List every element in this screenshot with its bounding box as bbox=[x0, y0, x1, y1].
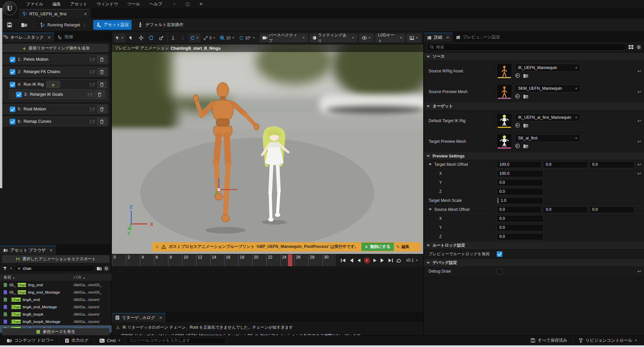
menu-asset[interactable]: アセット bbox=[66, 0, 91, 8]
asset-row[interactable]: ChantingA_end_Montage /All/Ga...i/anim/ bbox=[0, 303, 112, 311]
y-value-field[interactable]: 0.0 bbox=[497, 179, 543, 186]
browse-to-asset-button[interactable] bbox=[18, 20, 30, 30]
filter-funnel-icon[interactable] bbox=[3, 267, 8, 271]
source-ikrig-thumbnail[interactable] bbox=[497, 63, 512, 79]
warning-close-icon[interactable]: ✕ bbox=[155, 245, 159, 249]
play-reverse-button[interactable] bbox=[356, 258, 361, 263]
transform-gizmo[interactable] bbox=[212, 176, 242, 200]
console-command-input[interactable]: コンソールコマンドを入力します bbox=[126, 337, 226, 344]
op-row-retarget-fk-chains[interactable]: ⋮⋮ 2: Retarget FK Chains 1.0 bbox=[3, 67, 109, 77]
spinner-handle[interactable] bbox=[497, 198, 499, 204]
drag-handle-icon[interactable]: ⋮⋮ bbox=[5, 71, 7, 73]
reset-to-default-icon[interactable]: ↩ bbox=[637, 89, 641, 94]
drag-handle-icon[interactable]: ⋮⋮ bbox=[11, 93, 14, 95]
menu-tools[interactable]: ツール bbox=[123, 0, 144, 8]
op-enabled-checkbox[interactable] bbox=[16, 92, 22, 97]
tab-asset-browser-close-icon[interactable]: ✕ bbox=[49, 248, 53, 253]
expand-triangle-icon[interactable] bbox=[429, 209, 432, 211]
tab-preview-scene-settings[interactable]: プレビュ...ーン設定 bbox=[453, 33, 503, 42]
op-enabled-checkbox[interactable] bbox=[10, 82, 15, 87]
use-selected-asset-icon[interactable] bbox=[515, 143, 520, 148]
menu-help[interactable]: ヘルプ bbox=[145, 0, 166, 8]
browse-asset-icon[interactable] bbox=[523, 143, 528, 148]
clear-search-icon[interactable]: ✕ bbox=[17, 266, 21, 271]
asset-browser-settings-gear-icon[interactable] bbox=[104, 266, 109, 271]
delete-op-button[interactable] bbox=[97, 105, 107, 113]
tab-close-icon[interactable]: ✕ bbox=[84, 12, 87, 16]
play-button[interactable] bbox=[373, 258, 377, 263]
unreal-logo-icon[interactable]: U bbox=[3, 1, 17, 15]
asset-row[interactable]: ChantingB_loopA_Montage /All/Ga...i/anim… bbox=[0, 318, 112, 325]
revision-control-button[interactable]: リビジョンコントロール ▼ bbox=[575, 336, 641, 345]
drag-handle-icon[interactable]: ⋮⋮ bbox=[5, 58, 7, 60]
perspective-dropdown[interactable]: パースペクティブ▼ bbox=[260, 34, 308, 42]
add-child-op-button[interactable]: ＋ bbox=[46, 81, 60, 88]
add-retarget-op-button[interactable]: ＋ 新規リターゲティング操作を追加 bbox=[3, 44, 109, 52]
edit-postprocess-button[interactable]: ✎ 編集 bbox=[396, 244, 410, 250]
record-button[interactable] bbox=[364, 257, 370, 264]
details-settings-gear-icon[interactable] bbox=[636, 45, 641, 50]
move-tool-icon[interactable] bbox=[137, 34, 146, 42]
delete-op-button[interactable] bbox=[97, 68, 107, 75]
filter-chevron-icon[interactable]: ▼ bbox=[10, 267, 12, 270]
use-selected-asset-icon[interactable] bbox=[515, 94, 520, 99]
all-saved-button[interactable]: すべて保存済み bbox=[527, 336, 571, 345]
tab-op-stack-close-icon[interactable]: ✕ bbox=[47, 35, 51, 40]
x-value-field[interactable]: 0.0 bbox=[497, 215, 543, 222]
section-target[interactable]: ターゲット bbox=[424, 102, 644, 110]
y-value-field[interactable]: 0.0 bbox=[497, 224, 543, 231]
lod-dropdown[interactable]: LODオート▼ bbox=[375, 34, 405, 42]
asset-row[interactable]: ChantingA_end /All/Ga...i/anim/ bbox=[0, 296, 112, 303]
op-weight-field[interactable]: 1.0 bbox=[87, 92, 93, 97]
tab-retarget-log[interactable]: リターゲ...カログ ✕ bbox=[112, 313, 166, 322]
op-row-retarget-ik-goals[interactable]: ⋮⋮ 3: Retarget IK Goals 1.0 bbox=[9, 89, 106, 99]
folder-filter-icon[interactable] bbox=[97, 266, 102, 271]
reset-to-default-icon[interactable]: ↩ bbox=[637, 68, 641, 74]
scale-tool-icon[interactable] bbox=[157, 34, 166, 42]
debug-draw-checkbox[interactable] bbox=[497, 269, 502, 274]
save-button[interactable] bbox=[4, 20, 15, 30]
reset-to-default-icon[interactable]: ↩ bbox=[637, 118, 641, 123]
browse-asset-icon[interactable] bbox=[523, 94, 528, 99]
delete-op-button[interactable] bbox=[95, 91, 104, 98]
asset-settings-button[interactable]: アセット設定 bbox=[93, 20, 132, 30]
go-to-start-button[interactable] bbox=[340, 258, 346, 263]
timeline-playhead[interactable] bbox=[288, 254, 292, 266]
x-value-field[interactable]: 100.0 bbox=[497, 170, 543, 177]
target-ikrig-combo[interactable]: IK_UEFN_ai_first_Mannequin▼ bbox=[515, 113, 581, 121]
drag-handle-icon[interactable]: ⋮⋮ bbox=[5, 120, 7, 122]
target-mesh-scale-field[interactable]: 1.0 bbox=[497, 197, 543, 204]
op-row-root-motion[interactable]: ⋮⋮ 5: Root Motion 1.0 bbox=[3, 104, 109, 114]
select-tool-icon[interactable] bbox=[127, 34, 136, 42]
use-selected-asset-icon[interactable] bbox=[515, 73, 520, 78]
browse-asset-icon[interactable] bbox=[523, 123, 528, 128]
op-enabled-checkbox[interactable] bbox=[10, 119, 15, 124]
details-search-input[interactable]: 検索 bbox=[427, 43, 626, 51]
asset-row[interactable]: 05_chanting_end /All/Ga...nim/05_ bbox=[0, 281, 112, 289]
delete-op-button[interactable] bbox=[97, 81, 107, 88]
tab-asset-browser[interactable]: アセット ブラウザ ✕ bbox=[0, 246, 56, 255]
target-mesh-offset-z-field[interactable]: 0.0 bbox=[590, 161, 634, 168]
target-mesh-offset-y-field[interactable]: 0.0 bbox=[543, 161, 588, 168]
more-vertical-icon[interactable]: ⋮ bbox=[179, 34, 187, 42]
rotation-snap-dropdown[interactable]: 10°▼ bbox=[237, 34, 257, 42]
go-to-end-button[interactable] bbox=[388, 258, 393, 263]
step-back-button[interactable] bbox=[349, 258, 354, 263]
menu-edit[interactable]: 編集 bbox=[48, 0, 65, 8]
delete-op-button[interactable] bbox=[97, 118, 107, 125]
target-girl-character[interactable] bbox=[252, 123, 299, 226]
step-forward-button[interactable] bbox=[380, 258, 385, 263]
surface-snap-dropdown[interactable]: 0▼ bbox=[202, 34, 217, 42]
default-ops-button[interactable]: デフォルト追加操作 bbox=[135, 20, 186, 30]
source-mannequin-character[interactable] bbox=[175, 79, 262, 236]
tab-hierarchy[interactable]: 階層 bbox=[54, 33, 76, 42]
screenshot-dropdown[interactable]: ▼ bbox=[407, 34, 421, 42]
asset-row[interactable]: 05_chanting_end_Montage /All/Ga...nim/05… bbox=[0, 289, 112, 296]
lit-mode-dropdown[interactable]: ライティングあり▼ bbox=[309, 34, 357, 42]
tab-details[interactable]: 詳細 ✕ bbox=[424, 33, 453, 42]
delete-op-button[interactable] bbox=[97, 56, 107, 63]
ignore-root-lock-checkbox[interactable] bbox=[497, 251, 502, 257]
section-debug[interactable]: デバッグ設定 bbox=[424, 259, 644, 267]
expand-triangle-icon[interactable] bbox=[429, 163, 432, 165]
asset-search-input[interactable]: ✕ chan bbox=[14, 265, 95, 272]
